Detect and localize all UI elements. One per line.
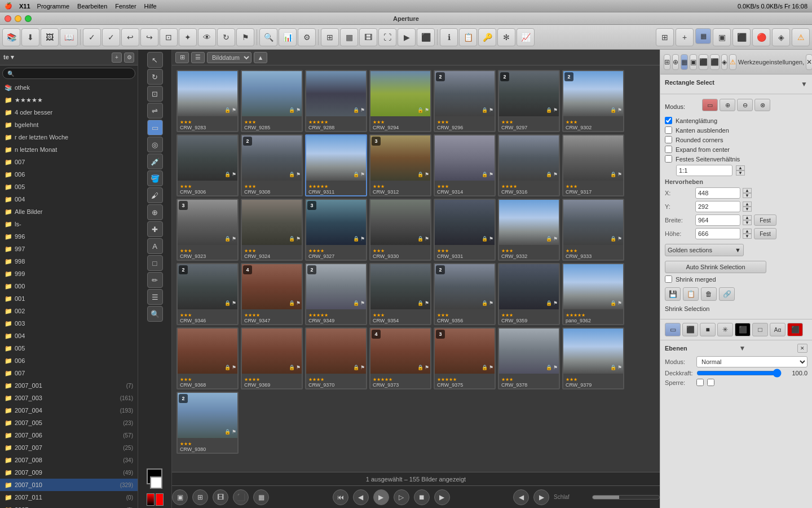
sidebar-item-23[interactable]: 📁 007 [0, 367, 138, 379]
toolbar-star-btn[interactable]: ✦ [179, 28, 197, 46]
tool-path[interactable]: ✏ [147, 272, 163, 288]
toolbar-export-btn[interactable]: 🖼 [41, 28, 59, 46]
sperre-checkbox2[interactable] [707, 379, 714, 386]
background-color[interactable] [150, 476, 162, 489]
toolbar-hist-btn[interactable]: 📈 [517, 28, 535, 46]
photo-thumb-24[interactable]: ★★★ CRW_9354 🔒 ⚑ [369, 263, 431, 325]
rp-header-btn-5[interactable]: ⬛ [699, 54, 708, 70]
rp-header-btn-3[interactable]: ▦ [681, 54, 688, 70]
toolbar-present-btn[interactable]: ▶ [398, 28, 416, 46]
nav-back[interactable]: ◀ [513, 489, 529, 505]
rp-btn-5[interactable]: ⬛ [732, 28, 751, 46]
ti-btn-1[interactable]: ▭ [665, 323, 681, 336]
toolbar-levels-btn[interactable]: 📊 [279, 28, 297, 46]
sidebar-item-7[interactable]: 📁 006 [0, 168, 138, 181]
photo-thumb-34[interactable]: ★★★ CRW_9379 🔒 ⚑ [562, 327, 624, 389]
rp-btn-6[interactable]: 🔴 [752, 28, 770, 46]
toolbar-table-btn[interactable]: ▦ [340, 28, 358, 46]
sidebar-item-8[interactable]: 📁 005 [0, 181, 138, 193]
photo-thumb-8[interactable]: 2 ★★★ CRW_9308 🔒 ⚑ [241, 134, 303, 196]
sidebar-item-32[interactable]: 📁 2007_010 (329) [0, 479, 138, 491]
photo-thumb-11[interactable]: ★★★ CRW_9314 🔒 ⚑ [434, 134, 496, 196]
photo-thumb-18[interactable]: ★★★ CRW_9331 🔒 ⚑ [434, 199, 496, 261]
tool-brush[interactable]: 🖌 [147, 187, 163, 203]
toolbar-check-btn[interactable]: ✓ [83, 28, 101, 46]
sidebar-item-22[interactable]: 📁 006 [0, 354, 138, 367]
photo-thumb-4[interactable]: 2 ★★★ CRW_9296 🔒 ⚑ [434, 70, 496, 132]
photo-thumb-30[interactable]: ★★★★ CRW_9370 🔒 ⚑ [305, 327, 367, 389]
sidebar-item-33[interactable]: 📁 2007_011 (0) [0, 491, 138, 503]
tool-rotate[interactable]: ↻ [147, 69, 163, 85]
sidebar-item-24[interactable]: 📁 2007_001 (7) [0, 379, 138, 392]
sidebar-item-18[interactable]: 📁 002 [0, 305, 138, 317]
rp-header-btn-1[interactable]: ⊞ [664, 54, 670, 70]
auto-shrink-btn[interactable]: Auto Shrink Selection [665, 261, 766, 273]
tool-hand[interactable]: ☰ [147, 289, 163, 305]
photo-thumb-31[interactable]: 4 ★★★★★ CRW_9373 🔒 ⚑ [369, 327, 431, 389]
toolbar-search-btn[interactable]: 🔍 [259, 28, 277, 46]
kanten-checkbox[interactable] [665, 126, 672, 134]
sidebar-item-17[interactable]: 📁 001 [0, 292, 138, 305]
shrink-merged-checkbox[interactable] [665, 275, 672, 283]
toolbar-arrow-btn[interactable]: ↩ [121, 28, 139, 46]
mode-btn-4[interactable]: ⊗ [754, 99, 770, 111]
tool-text[interactable]: A [147, 238, 163, 254]
rp-header-btn-6[interactable]: ⬛ [710, 54, 720, 70]
photo-thumb-26[interactable]: ★★★ CRW_9359 🔒 ⚑ [498, 263, 560, 325]
breite-up[interactable]: ▲ [743, 215, 752, 220]
toolbar-slide-btn[interactable]: ⬛ [417, 28, 435, 46]
nav-stop[interactable]: ⏹ [414, 489, 430, 505]
sidebar-item-4[interactable]: 📁 r der letzten Woche [0, 131, 138, 143]
photo-thumb-16[interactable]: 3 ★★★★ CRW_9327 🔒 ⚑ [305, 199, 367, 261]
rp-btn-7[interactable]: ◈ [772, 28, 790, 46]
rp-btn-4[interactable]: ▣ [713, 28, 731, 46]
expand-checkbox[interactable] [665, 146, 672, 153]
tool-zoom[interactable]: 🔍 [147, 306, 163, 322]
view-list-btn[interactable]: ☰ [191, 52, 205, 63]
photo-thumb-22[interactable]: 4 ★★★★ CRW_9347 🔒 ⚑ [241, 263, 303, 325]
rp-btn-3[interactable]: ▦ [695, 28, 711, 44]
sidebar-item-21[interactable]: 📁 005 [0, 342, 138, 354]
sidebar-item-14[interactable]: 📁 998 [0, 255, 138, 268]
mode-btn-2[interactable]: ⊕ [720, 99, 735, 111]
breite-fest-btn[interactable]: Fest [754, 214, 776, 226]
sort-select[interactable]: Bilddatum [207, 52, 251, 63]
toolbar-crop-btn[interactable]: ⊡ [160, 28, 178, 46]
sidebar-item-16[interactable]: 📁 000 [0, 280, 138, 292]
rp-header-btn-4[interactable]: ▣ [690, 54, 697, 70]
nav-play[interactable]: ▶ [373, 489, 389, 505]
layers-collapse-btn[interactable]: ▼ [739, 344, 745, 352]
sidebar-item-19[interactable]: 📁 003 [0, 317, 138, 330]
photo-thumb-5[interactable]: 2 ★★★ CRW_9297 🔒 ⚑ [498, 70, 560, 132]
photo-thumb-6[interactable]: 2 ★★★ CRW_9302 🔒 ⚑ [562, 70, 624, 132]
maximize-button[interactable] [25, 15, 32, 22]
photo-thumb-14[interactable]: 3 ★★★ CRW_9323 🔒 ⚑ [176, 199, 239, 261]
breite-down[interactable]: ▼ [743, 220, 752, 225]
golden-dropdown[interactable]: Golden sections ▼ [665, 244, 744, 256]
action-btn-1[interactable]: 💾 [665, 287, 681, 301]
rp-btn-8[interactable]: ⚠ [792, 28, 810, 46]
sidebar-item-31[interactable]: 📁 2007_009 (49) [0, 466, 138, 479]
sidebar-add-btn[interactable]: + [112, 52, 122, 63]
close-button[interactable] [5, 15, 11, 22]
photo-thumb-20[interactable]: ★★★ CRW_9333 🔒 ⚑ [562, 199, 624, 261]
photo-thumb-12[interactable]: ★★★★ CRW_9316 🔒 ⚑ [498, 134, 560, 196]
ti-btn-6[interactable]: □ [752, 323, 768, 336]
photo-thumb-21[interactable]: 2 ★★★ CRW_9346 🔒 ⚑ [176, 263, 239, 325]
sidebar-item-12[interactable]: 📁 996 [0, 230, 138, 243]
ti-btn-5[interactable]: ⬛ [735, 323, 751, 336]
rp-header-btn-8[interactable]: ⚠ [729, 54, 736, 70]
photo-thumb-29[interactable]: ★★★★ CRW_9369 🔒 ⚑ [241, 327, 303, 389]
action-btn-3[interactable]: 🗑 [701, 287, 717, 301]
x-input[interactable] [695, 187, 740, 199]
sidebar-item-25[interactable]: 📁 2007_003 (161) [0, 392, 138, 404]
rp-header-btn-7[interactable]: ◈ [721, 54, 727, 70]
nav-next-play[interactable]: ▷ [394, 489, 409, 505]
photo-thumb-17[interactable]: ★★★ CRW_9330 🔒 ⚑ [369, 199, 431, 261]
nav-prev[interactable]: ◀ [353, 489, 369, 505]
ti-btn-7[interactable]: Aα [770, 323, 785, 336]
sort-dir-btn[interactable]: ▲ [254, 52, 267, 63]
menu-bearbeiten[interactable]: Bearbeiten [77, 3, 107, 10]
sidebar-item-29[interactable]: 📁 2007_007 (25) [0, 441, 138, 454]
toolbar-book-btn[interactable]: 📖 [60, 28, 78, 46]
